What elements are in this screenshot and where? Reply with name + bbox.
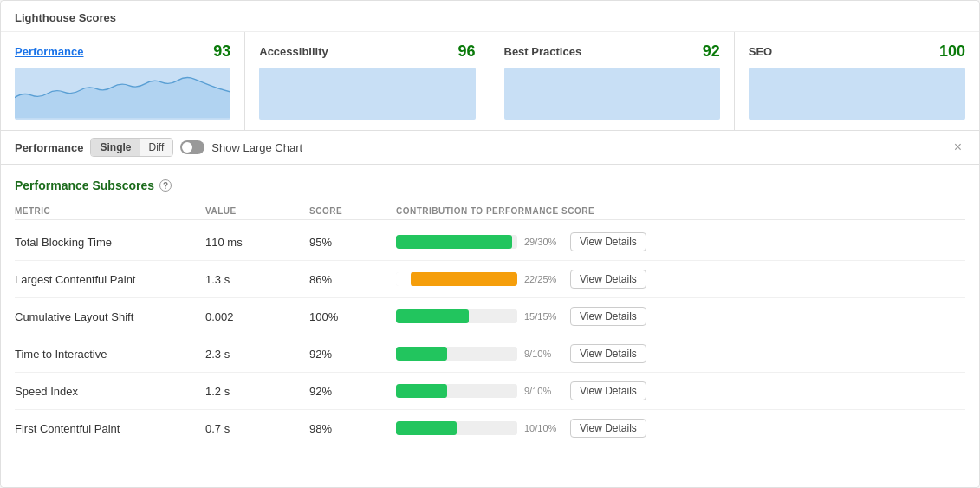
scores-grid: Performance93 Accessibility96Best Practi…	[1, 32, 979, 131]
contribution-cell-3: 9/10% View Details	[396, 344, 965, 363]
metric-name-2: Cumulative Layout Shift	[15, 310, 205, 323]
contribution-cell-1: 22/25% View Details	[396, 270, 965, 289]
metric-score-1: 86%	[309, 273, 396, 286]
toolbar-label: Performance	[15, 141, 83, 154]
page-title: Lighthouse Scores	[15, 11, 116, 24]
metric-value-4: 1.2 s	[205, 385, 309, 398]
bar-white-1	[396, 272, 411, 286]
metric-value-1: 1.3 s	[205, 273, 309, 286]
subscores-section: Performance Subscores ? METRIC VALUE SCO…	[1, 165, 979, 453]
metric-score-3: 92%	[309, 348, 396, 361]
score-card-seo[interactable]: SEO100	[735, 32, 979, 130]
fraction-2: 15/15%	[524, 311, 563, 322]
score-label-0: Performance	[15, 45, 83, 58]
fraction-3: 9/10%	[524, 348, 563, 359]
view-details-btn-0[interactable]: View Details	[570, 232, 646, 251]
metric-value-0: 110 ms	[205, 236, 309, 249]
col-score: SCORE	[309, 206, 396, 216]
table-row: Speed Index 1.2 s 92% 9/10% View Details	[15, 373, 965, 410]
score-label-3: SEO	[749, 45, 772, 58]
contribution-cell-2: 15/15% View Details	[396, 307, 965, 326]
contribution-cell-4: 9/10% View Details	[396, 381, 965, 400]
close-button[interactable]: ×	[951, 140, 965, 155]
score-card-accessibility[interactable]: Accessibility96	[245, 32, 490, 130]
chart-toggle[interactable]	[180, 140, 204, 154]
score-chart-2	[504, 68, 720, 120]
metric-name-4: Speed Index	[15, 385, 205, 398]
score-card-performance[interactable]: Performance93	[1, 32, 245, 130]
bar-fill-0	[396, 235, 512, 249]
metric-score-0: 95%	[309, 236, 396, 249]
bar-fill-4	[396, 384, 447, 398]
table-row: Time to Interactive 2.3 s 92% 9/10% View…	[15, 335, 965, 373]
help-icon[interactable]: ?	[159, 179, 172, 192]
bar-container-2	[396, 309, 517, 323]
contribution-cell-5: 10/10% View Details	[396, 419, 965, 438]
bar-fill-3	[396, 347, 447, 361]
score-value-1: 96	[458, 42, 475, 61]
subscores-title-text: Performance Subscores	[15, 179, 154, 192]
table-row: Total Blocking Time 110 ms 95% 29/30% Vi…	[15, 224, 965, 261]
metric-score-4: 92%	[309, 385, 396, 398]
score-chart-1	[259, 68, 475, 120]
diff-btn[interactable]: Diff	[140, 139, 173, 156]
score-value-2: 92	[703, 42, 720, 61]
view-details-btn-1[interactable]: View Details	[570, 270, 646, 289]
score-value-0: 93	[213, 42, 230, 61]
subscores-title: Performance Subscores ?	[15, 179, 965, 192]
table-header: METRIC VALUE SCORE CONTRIBUTION TO PERFO…	[15, 203, 965, 220]
fraction-0: 29/30%	[524, 237, 563, 247]
metric-name-5: First Contentful Paint	[15, 422, 205, 435]
show-large-chart-link[interactable]: Show Large Chart	[211, 141, 302, 154]
fraction-5: 10/10%	[524, 423, 563, 433]
bar-container-4	[396, 384, 517, 398]
bar-fill-1	[411, 272, 517, 286]
toolbar: Performance Single Diff Show Large Chart…	[1, 131, 979, 165]
metric-name-0: Total Blocking Time	[15, 236, 205, 249]
fraction-1: 22/25%	[524, 274, 563, 284]
bar-container-1	[396, 272, 517, 286]
table-row: Largest Contentful Paint 1.3 s 86% 22/25…	[15, 261, 965, 298]
bar-container-3	[396, 347, 517, 361]
col-contribution: CONTRIBUTION TO PERFORMANCE SCORE	[396, 206, 965, 216]
score-label-2: Best Practices	[504, 45, 582, 58]
col-metric: METRIC	[15, 206, 205, 216]
metric-score-5: 98%	[309, 422, 396, 435]
contribution-cell-0: 29/30% View Details	[396, 232, 965, 251]
view-mode-btn-group: Single Diff	[90, 138, 173, 157]
view-details-btn-2[interactable]: View Details	[570, 307, 646, 326]
single-btn[interactable]: Single	[91, 139, 140, 156]
col-value: VALUE	[205, 206, 309, 216]
metric-value-2: 0.002	[205, 310, 309, 323]
lighthouse-panel: Lighthouse Scores Performance93 Accessib…	[0, 0, 980, 488]
metric-name-3: Time to Interactive	[15, 348, 205, 361]
score-value-3: 100	[939, 42, 965, 61]
bar-container-0	[396, 235, 517, 249]
metric-value-5: 0.7 s	[205, 422, 309, 435]
view-details-btn-3[interactable]: View Details	[570, 344, 646, 363]
view-details-btn-5[interactable]: View Details	[570, 419, 646, 438]
metric-score-2: 100%	[309, 310, 396, 323]
table-row: Cumulative Layout Shift 0.002 100% 15/15…	[15, 298, 965, 335]
fraction-4: 9/10%	[524, 386, 563, 396]
score-chart-0	[15, 68, 230, 120]
subscores-rows: Total Blocking Time 110 ms 95% 29/30% Vi…	[15, 224, 965, 446]
bar-fill-2	[396, 309, 469, 323]
bar-fill-5	[396, 421, 457, 435]
metric-name-1: Largest Contentful Paint	[15, 273, 205, 286]
score-label-1: Accessibility	[259, 45, 328, 58]
score-card-best-practices[interactable]: Best Practices92	[490, 32, 735, 130]
bar-container-5	[396, 421, 517, 435]
scores-header: Lighthouse Scores	[1, 1, 979, 32]
view-details-btn-4[interactable]: View Details	[570, 381, 646, 400]
table-row: First Contentful Paint 0.7 s 98% 10/10% …	[15, 410, 965, 446]
metric-value-3: 2.3 s	[205, 348, 309, 361]
score-chart-3	[749, 68, 965, 120]
